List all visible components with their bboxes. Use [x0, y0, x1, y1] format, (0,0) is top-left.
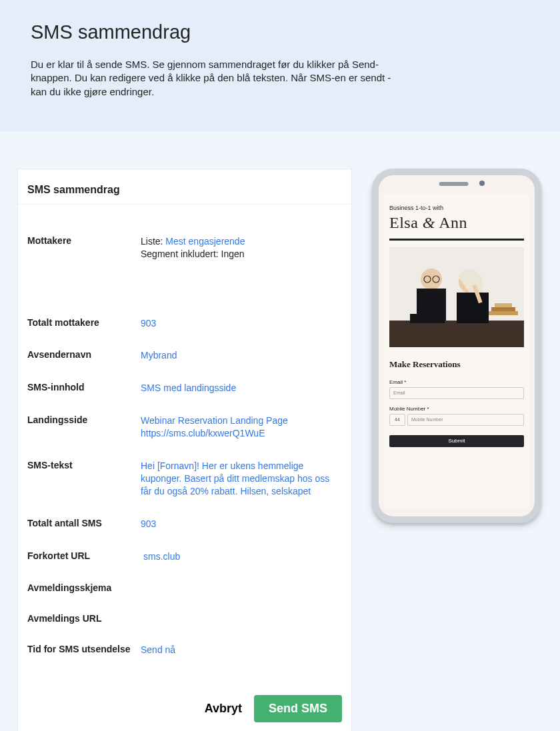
phone-preview: Business 1-to-1 with Elsa & Ann	[372, 169, 541, 523]
svg-rect-1	[389, 321, 524, 347]
preview-divider	[389, 239, 524, 241]
row-unsub-form: Avmeldingsskjema	[27, 582, 342, 593]
page-subtitle: Du er klar til å sende SMS. Se gjennom s…	[31, 58, 404, 99]
phone-screen: Business 1-to-1 with Elsa & Ann	[384, 194, 529, 508]
preview-mobile-row: 44 Mobile Number	[389, 414, 524, 426]
brand-a: Elsa	[389, 214, 423, 231]
row-content: SMS-innhold SMS med landingsside	[27, 382, 342, 394]
preview-mobile-cc[interactable]: 44	[389, 414, 405, 426]
row-short-url: Forkortet URL sms.club	[27, 550, 342, 563]
page-header: SMS sammendrag Du er klar til å sende SM…	[0, 0, 560, 132]
list-link[interactable]: Mest engasjerende	[165, 236, 245, 247]
label-sender: Avsendernavn	[27, 349, 141, 362]
row-text: SMS-tekst Hei [Fornavn]! Her er ukens he…	[27, 460, 342, 498]
segment-text: Segment inkludert: Ingen	[141, 249, 245, 259]
card-title: SMS sammendrag	[18, 169, 351, 205]
send-sms-button[interactable]: Send SMS	[254, 695, 342, 722]
phone-camera	[479, 181, 485, 186]
svg-rect-11	[457, 293, 489, 323]
brand-amp: &	[423, 214, 435, 231]
value-content[interactable]: SMS med landingsside	[141, 382, 236, 394]
preview-submit-button[interactable]: Submit	[389, 435, 524, 447]
label-landing: Landingsside	[27, 414, 141, 440]
card-actions: Avbryt Send SMS	[18, 686, 351, 731]
main: SMS sammendrag Mottakere Liste: Mest eng…	[0, 132, 560, 731]
preview-mobile-input[interactable]: Mobile Number	[407, 414, 524, 426]
value-landing[interactable]: Webinar Reservation Landing Page https:/…	[141, 414, 288, 440]
summary-card: SMS sammendrag Mottakere Liste: Mest eng…	[17, 169, 352, 731]
label-unsub-url: Avmeldings URL	[27, 613, 141, 624]
value-total-recipients[interactable]: 903	[141, 317, 156, 330]
label-text: SMS-tekst	[27, 460, 141, 498]
label-short-url: Forkortet URL	[27, 550, 141, 563]
row-recipients: Mottakere Liste: Mest engasjerende Segme…	[27, 235, 342, 261]
landing-url: https://sms.club/kxwerQ1WuE	[141, 428, 265, 438]
summary-rows: Mottakere Liste: Mest engasjerende Segme…	[18, 205, 351, 686]
cancel-button[interactable]: Avbryt	[205, 702, 242, 716]
value-total-sms[interactable]: 903	[141, 518, 156, 530]
row-sender: Avsendernavn Mybrand	[27, 349, 342, 362]
preview-image	[389, 247, 524, 347]
label-total-sms: Totalt antall SMS	[27, 518, 141, 530]
value-short-url[interactable]: sms.club	[141, 550, 180, 563]
page-title: SMS sammendrag	[31, 21, 529, 43]
value-recipients: Liste: Mest engasjerende Segment inklude…	[141, 235, 245, 261]
phone-frame: Business 1-to-1 with Elsa & Ann	[372, 169, 541, 523]
preview-email-label: Email *	[389, 379, 524, 385]
list-prefix: Liste:	[141, 236, 165, 247]
row-unsub-url: Avmeldings URL	[27, 613, 342, 624]
preview-small-text: Business 1-to-1 with	[389, 205, 524, 211]
preview-mobile-label: Mobile Number *	[389, 406, 524, 412]
preview-email-input[interactable]: Email	[389, 387, 524, 399]
row-landing: Landingsside Webinar Reservation Landing…	[27, 414, 342, 440]
phone-earpiece	[439, 182, 469, 186]
preview-brand: Elsa & Ann	[389, 214, 524, 232]
label-total-recipients: Totalt mottakere	[27, 317, 141, 330]
brand-b: Ann	[435, 214, 467, 231]
row-total-recipients: Totalt mottakere 903	[27, 317, 342, 330]
label-send-time: Tid for SMS utsendelse	[27, 644, 141, 656]
label-unsub-form: Avmeldingsskjema	[27, 582, 141, 593]
row-send-time: Tid for SMS utsendelse Send nå	[27, 644, 342, 656]
svg-rect-7	[410, 314, 445, 323]
value-sender[interactable]: Mybrand	[141, 349, 177, 362]
svg-rect-3	[491, 307, 515, 311]
value-text[interactable]: Hei [Fornavn]! Her er ukens hemmelige ku…	[141, 460, 334, 498]
preview-reservations-heading: Make Reservations	[389, 359, 524, 370]
label-content: SMS-innhold	[27, 382, 141, 394]
row-total-sms: Totalt antall SMS 903	[27, 518, 342, 530]
value-send-time[interactable]: Send nå	[141, 644, 175, 656]
svg-rect-4	[495, 303, 512, 307]
label-recipients: Mottakere	[27, 235, 141, 261]
svg-rect-2	[489, 311, 518, 315]
landing-name: Webinar Reservation Landing Page	[141, 415, 288, 426]
